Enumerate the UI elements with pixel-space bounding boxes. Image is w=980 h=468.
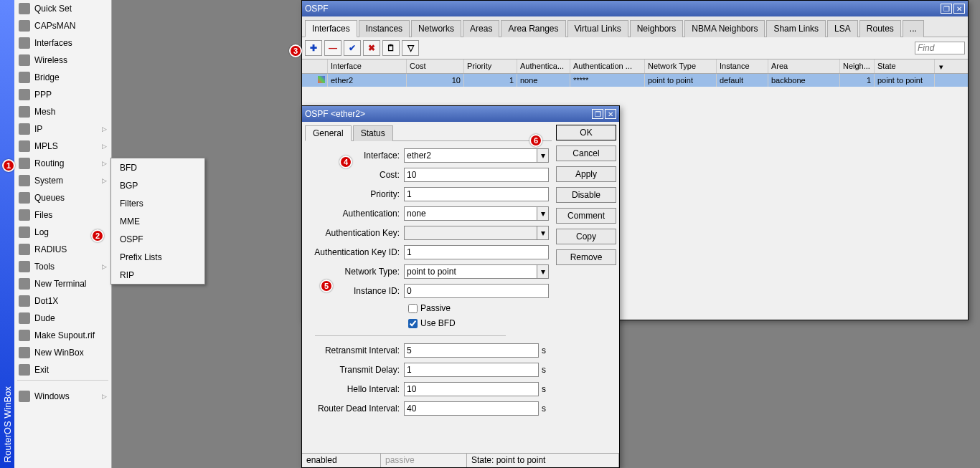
col-header[interactable]: Instance [717,59,768,73]
menu-item-wireless[interactable]: Wireless [14,52,111,69]
tab-lsa[interactable]: LSA [827,20,858,37]
ok-button[interactable]: OK [556,125,616,140]
menu-icon [19,158,30,169]
comment-button[interactable]: 🗒 [382,40,400,56]
remove-button[interactable]: Remove [556,249,616,265]
menu-item-radius[interactable]: RADIUS [14,241,111,258]
ospf-titlebar[interactable]: OSPF ❐ ✕ [302,1,968,16]
submenu-item-rip[interactable]: RIP [111,266,204,284]
submenu-item-mme[interactable]: MME [111,212,204,230]
col-header[interactable] [302,59,328,73]
menu-item-ip[interactable]: IP ▷ [14,120,111,138]
cost-input[interactable] [404,168,549,182]
submenu-item-filters[interactable]: Filters [111,194,204,212]
tab-nbma-neighbors[interactable]: NBMA Neighbors [684,20,765,37]
apply-button[interactable]: Apply [556,166,616,182]
comment-button[interactable]: Comment [556,208,616,224]
tab--[interactable]: ... [903,20,924,37]
retrans-input[interactable] [404,343,539,358]
col-header[interactable]: State [875,59,935,73]
table-row[interactable]: ether2101none*****point to pointdefaultb… [302,74,968,87]
menu-item-system[interactable]: System ▷ [14,172,111,189]
menu-item-exit[interactable]: Exit [14,361,111,378]
menu-item-tools[interactable]: Tools ▷ [14,258,111,275]
enable-button[interactable]: ✔ [344,40,361,56]
submenu-item-ospf[interactable]: OSPF [111,230,204,248]
col-header[interactable]: Area [768,59,840,73]
menu-item-queues[interactable]: Queues [14,189,111,206]
find-input[interactable] [915,42,965,54]
menu-item-dot1x[interactable]: Dot1X [14,292,111,310]
col-menu-button[interactable]: ▾ [935,59,948,73]
tab-interfaces[interactable]: Interfaces [305,20,357,37]
menu-icon [19,244,30,255]
tab-routes[interactable]: Routes [859,20,901,37]
status-state: State: point to point [467,454,619,467]
tdelay-input[interactable] [404,363,539,377]
tab-neighbors[interactable]: Neighbors [630,20,684,37]
menu-item-interfaces[interactable]: Interfaces [14,34,111,52]
menu-icon [19,123,30,135]
col-header[interactable]: Authentication ... [570,59,645,73]
passive-checkbox[interactable] [408,304,418,313]
restore-button[interactable]: ❐ [941,4,952,14]
tab-general[interactable]: General [305,125,352,141]
disable-button[interactable]: Disable [556,187,616,203]
interface-input[interactable] [404,148,537,163]
menu-icon [19,391,30,402]
submenu-item-bfd[interactable]: BFD [111,158,204,176]
menu-item-bridge[interactable]: Bridge [14,69,111,86]
menu-item-mesh[interactable]: Mesh [14,103,111,120]
menu-item-quick-set[interactable]: Quick Set [14,0,111,17]
submenu-item-prefix-lists[interactable]: Prefix Lists [111,248,204,266]
tab-networks[interactable]: Networks [411,20,461,37]
ntype-dropdown[interactable]: ▾ [537,264,549,279]
menu-item-ppp[interactable]: PPP [14,86,111,103]
cancel-button[interactable]: Cancel [556,145,616,161]
col-header[interactable]: Neigh... [840,59,875,73]
menu-item-files[interactable]: Files [14,206,111,224]
app-titlebar: RouterOS WinBox [0,0,14,468]
ntype-input[interactable] [404,264,537,279]
inst-input[interactable] [404,284,549,298]
tab-status[interactable]: Status [353,125,393,141]
col-header[interactable]: Cost [407,59,464,73]
col-header[interactable]: Network Type [645,59,717,73]
tab-sham-links[interactable]: Sham Links [766,20,826,37]
submenu-item-bgp[interactable]: BGP [111,176,204,194]
authkey-expand[interactable]: ▾ [537,226,549,240]
menu-item-new-terminal[interactable]: New Terminal [14,275,111,292]
close-button[interactable]: ✕ [953,4,965,14]
authkey-input[interactable] [404,226,537,240]
col-header[interactable]: Interface [328,59,407,73]
menu-item-dude[interactable]: Dude [14,310,111,327]
tab-area-ranges[interactable]: Area Ranges [501,20,565,37]
col-header[interactable]: Priority [464,59,517,73]
tab-areas[interactable]: Areas [463,20,499,37]
dead-input[interactable] [404,401,539,416]
hello-input[interactable] [404,382,539,396]
auth-input[interactable] [404,206,537,221]
authkid-input[interactable] [404,245,549,259]
menu-item-routing[interactable]: Routing ▷ [14,155,111,172]
menu-item-new-winbox[interactable]: New WinBox [14,344,111,361]
restore-button[interactable]: ❐ [592,109,603,119]
usebfd-checkbox[interactable] [408,319,418,328]
menu-item-mpls[interactable]: MPLS ▷ [14,138,111,155]
priority-input[interactable] [404,187,549,201]
tab-instances[interactable]: Instances [359,20,410,37]
remove-button[interactable]: — [324,40,341,56]
menu-item-windows[interactable]: Windows ▷ [14,388,111,405]
prop-titlebar[interactable]: OSPF <ether2> ❐ ✕ [302,106,619,122]
interface-dropdown[interactable]: ▾ [537,148,549,163]
copy-button[interactable]: Copy [556,229,616,244]
close-button[interactable]: ✕ [605,109,616,119]
disable-button[interactable]: ✖ [363,40,380,56]
add-button[interactable]: ✚ [305,40,322,56]
tab-virtual-links[interactable]: Virtual Links [567,20,628,37]
filter-button[interactable]: ▽ [402,40,419,56]
menu-item-make-supout.rif[interactable]: Make Supout.rif [14,327,111,344]
auth-dropdown[interactable]: ▾ [537,206,549,221]
col-header[interactable]: Authentica... [517,59,570,73]
menu-item-capsman[interactable]: CAPsMAN [14,17,111,34]
